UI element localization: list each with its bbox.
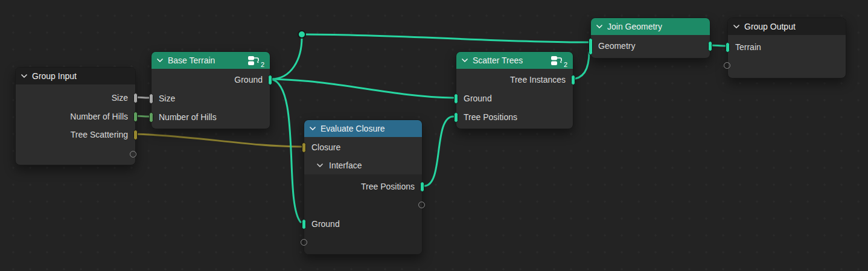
- input-row: Size: [152, 90, 270, 107]
- socket-extend[interactable]: [724, 62, 730, 69]
- chevron-down-icon[interactable]: [462, 59, 468, 62]
- node-group-icon: [550, 56, 563, 66]
- output-row: Tree Positions: [304, 178, 422, 195]
- node-title: Base Terrain: [168, 56, 215, 65]
- socket-input-ground[interactable]: [302, 219, 306, 229]
- node-group-output[interactable]: Group Output Terrain: [727, 18, 846, 78]
- input-row: Tree Positions: [456, 109, 573, 126]
- chevron-down-icon[interactable]: [733, 25, 739, 28]
- socket-input-geometry-multi[interactable]: [589, 38, 593, 55]
- socket-extend[interactable]: [418, 202, 425, 208]
- node-title: Scatter Trees: [473, 56, 523, 65]
- node-scatter-trees[interactable]: Scatter Trees 2 Tree Instances Ground Tr…: [456, 51, 573, 129]
- wire-ground-to-scatter-trees: [271, 79, 453, 98]
- socket-extend[interactable]: [130, 151, 136, 158]
- socket-input-terrain[interactable]: [726, 42, 730, 53]
- wire-tree-positions: [424, 116, 453, 186]
- socket-input-closure[interactable]: [302, 142, 306, 153]
- input-row: Closure: [304, 139, 422, 156]
- panel-label: Interface: [329, 157, 362, 174]
- output-row: Ground: [152, 71, 270, 88]
- socket-input-tree-positions[interactable]: [454, 112, 458, 123]
- node-group-input[interactable]: Group Input Size Number of Hills Tree Sc…: [15, 67, 136, 165]
- node-header[interactable]: Group Input: [16, 68, 135, 84]
- socket-input-ground[interactable]: [454, 94, 458, 104]
- node-header[interactable]: Scatter Trees 2: [456, 52, 573, 69]
- panel-header-interface[interactable]: Interface: [304, 157, 422, 174]
- output-row: Number of Hills: [16, 108, 135, 125]
- chevron-down-icon[interactable]: [317, 164, 323, 167]
- input-row: Ground: [456, 90, 573, 107]
- socket-output-ground[interactable]: [268, 75, 272, 85]
- users-count-badge: 2: [564, 62, 567, 68]
- node-title: Group Input: [32, 71, 77, 81]
- socket-input-number-of-hills[interactable]: [149, 112, 153, 123]
- node-title: Evaluate Closure: [321, 124, 385, 133]
- node-evaluate-closure[interactable]: Evaluate Closure Closure Interface Tree …: [304, 120, 423, 255]
- chevron-down-icon[interactable]: [596, 25, 602, 28]
- node-editor-canvas[interactable]: Group Input Size Number of Hills Tree Sc…: [0, 0, 868, 271]
- socket-output-tree-scattering[interactable]: [133, 130, 138, 140]
- input-row: Geometry: [591, 37, 710, 54]
- socket-output-tree-instances[interactable]: [571, 75, 575, 85]
- socket-output-number-of-hills[interactable]: [133, 112, 138, 122]
- users-count-badge: 2: [261, 62, 264, 68]
- input-row: Terrain: [728, 39, 846, 56]
- socket-output-geometry[interactable]: [708, 41, 712, 51]
- output-row: Tree Instances: [456, 71, 573, 88]
- wire-join-to-group-output: [710, 45, 725, 46]
- socket-output-size[interactable]: [133, 93, 138, 103]
- output-row: Tree Scattering: [16, 126, 135, 143]
- wire-ground-to-evaluate-closure: [271, 79, 301, 222]
- wire-tree-scattering-to-closure: [133, 134, 301, 147]
- output-row: Size: [16, 89, 135, 106]
- node-join-geometry[interactable]: Join Geometry Geometry: [590, 18, 710, 59]
- wire-ground-to-reroute: [271, 37, 302, 79]
- chevron-down-icon[interactable]: [157, 59, 163, 62]
- node-header[interactable]: Group Output: [728, 18, 846, 35]
- node-title: Join Geometry: [607, 22, 662, 31]
- reroute-node[interactable]: [298, 30, 306, 39]
- node-title: Group Output: [744, 22, 796, 31]
- node-header[interactable]: Evaluate Closure: [304, 120, 422, 137]
- socket-extend[interactable]: [301, 239, 307, 246]
- socket-output-tree-positions[interactable]: [420, 182, 424, 192]
- node-header[interactable]: Base Terrain 2: [152, 52, 270, 69]
- chevron-down-icon[interactable]: [310, 127, 316, 130]
- socket-input-size[interactable]: [149, 94, 153, 104]
- wire-reroute-to-join-geometry: [302, 34, 589, 42]
- input-row: Ground: [304, 215, 422, 232]
- input-row: Number of Hills: [152, 109, 270, 126]
- node-header[interactable]: Join Geometry: [591, 18, 710, 35]
- node-group-icon: [247, 56, 260, 66]
- chevron-down-icon[interactable]: [21, 74, 27, 78]
- node-base-terrain[interactable]: Base Terrain 2 Ground Size Number of Hil…: [151, 51, 270, 129]
